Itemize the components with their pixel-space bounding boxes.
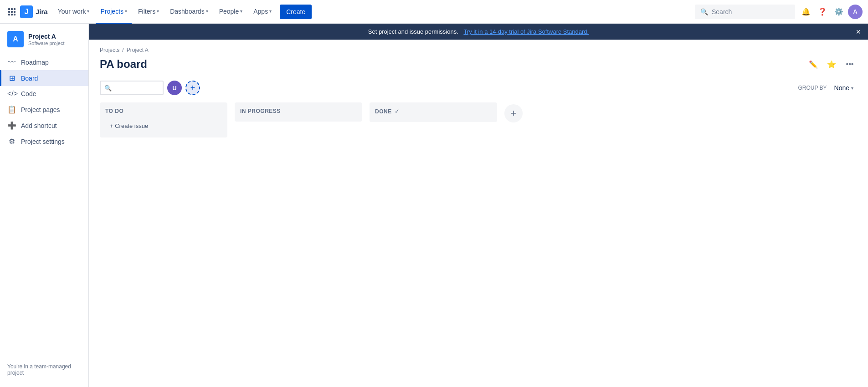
sidebar-item-project-settings[interactable]: ⚙ Project settings <box>0 133 88 149</box>
board-search-icon: 🔍 <box>104 85 112 92</box>
sidebar-project-header: A Project A Software project <box>0 31 88 55</box>
grid-icon <box>8 8 15 15</box>
top-navigation: J Jira Your work ▾ Projects ▾ Filters ▾ … <box>0 0 868 24</box>
main-content: Set project and issue permissions. Try i… <box>89 24 868 387</box>
edit-icon-button[interactable]: ✏️ <box>806 57 821 71</box>
apps-grid-button[interactable] <box>5 5 18 18</box>
add-column-button[interactable]: + <box>504 104 523 122</box>
notifications-button[interactable]: 🔔 <box>799 5 813 19</box>
column-done-header: DONE ✓ <box>375 108 492 115</box>
topnav-icon-group: 🔔 ❓ ⚙️ A <box>799 5 863 19</box>
dashboards-chevron-icon: ▾ <box>206 9 208 14</box>
sidebar-project-name: Project A <box>28 32 64 41</box>
sidebar-item-project-pages[interactable]: 📋 Project pages <box>0 102 88 117</box>
sidebar-item-code[interactable]: </> Code <box>0 86 88 102</box>
sidebar-item-board[interactable]: ⊞ Board <box>0 70 88 86</box>
your-work-chevron-icon: ▾ <box>87 9 89 14</box>
project-icon: A <box>7 31 24 47</box>
board-toolbar: 🔍 U + GROUP BY None ▾ <box>100 81 857 95</box>
group-by-label: GROUP BY <box>798 85 827 91</box>
page-title: PA board <box>100 58 147 71</box>
apps-chevron-icon: ▾ <box>269 9 272 14</box>
code-icon: </> <box>7 90 16 98</box>
board-search-box[interactable]: 🔍 <box>100 81 164 95</box>
search-icon: 🔍 <box>700 8 708 15</box>
nav-filters[interactable]: Filters ▾ <box>134 0 164 24</box>
board-area: Projects / Project A PA board ✏️ ⭐ ••• 🔍 <box>89 40 868 387</box>
kanban-board: TO DO + Create issue IN PROGRESS <box>100 102 857 137</box>
sidebar-footer: You're in a team-managed project <box>0 356 88 383</box>
sidebar-item-roadmap[interactable]: 〰 Roadmap <box>0 55 88 70</box>
nav-people[interactable]: People ▾ <box>215 0 247 24</box>
board-search-input[interactable] <box>114 84 159 92</box>
settings-icon: ⚙ <box>7 137 16 146</box>
column-todo-header: TO DO <box>105 108 222 114</box>
people-chevron-icon: ▾ <box>240 9 242 14</box>
filters-chevron-icon: ▾ <box>157 9 159 14</box>
sidebar-project-type: Software project <box>28 41 64 46</box>
help-button[interactable]: ❓ <box>815 5 830 19</box>
jira-logo-mark: J <box>20 5 33 18</box>
more-options-button[interactable]: ••• <box>842 57 857 71</box>
page-header-actions: ✏️ ⭐ ••• <box>806 57 857 71</box>
projects-chevron-icon: ▾ <box>125 9 127 14</box>
roadmap-icon: 〰 <box>7 58 16 66</box>
breadcrumb-separator: / <box>122 47 123 53</box>
column-in-progress: IN PROGRESS <box>235 102 362 122</box>
trial-banner: Set project and issue permissions. Try i… <box>89 24 868 40</box>
done-check-icon: ✓ <box>395 108 400 115</box>
breadcrumb-projects[interactable]: Projects <box>100 47 119 53</box>
create-button[interactable]: Create <box>280 5 312 19</box>
banner-close-button[interactable]: × <box>856 28 861 36</box>
star-icon-button[interactable]: ⭐ <box>824 57 839 71</box>
column-in-progress-title: IN PROGRESS <box>240 108 281 114</box>
column-done: DONE ✓ <box>370 102 497 122</box>
pages-icon: 📋 <box>7 105 16 114</box>
trial-banner-link[interactable]: Try it in a 14-day trial of Jira Softwar… <box>463 28 589 35</box>
nav-dashboards[interactable]: Dashboards ▾ <box>165 0 213 24</box>
column-done-title: DONE <box>375 108 392 115</box>
search-box[interactable]: 🔍 Search <box>695 5 795 19</box>
member-avatar-1[interactable]: U <box>167 81 182 95</box>
add-shortcut-icon: ➕ <box>7 121 16 130</box>
column-in-progress-header: IN PROGRESS <box>240 108 357 114</box>
group-by-chevron-icon: ▾ <box>851 86 853 91</box>
settings-button[interactable]: ⚙️ <box>832 5 846 19</box>
add-member-button[interactable]: + <box>185 81 200 95</box>
project-info: Project A Software project <box>28 32 64 46</box>
breadcrumb: Projects / Project A <box>100 40 857 57</box>
page-header: PA board ✏️ ⭐ ••• <box>100 57 857 71</box>
nav-projects[interactable]: Projects ▾ <box>96 0 132 24</box>
app-layout: A Project A Software project 〰 Roadmap ⊞… <box>0 24 868 387</box>
column-todo: TO DO + Create issue <box>100 102 227 137</box>
jira-logo-text: Jira <box>36 8 48 15</box>
search-placeholder: Search <box>712 8 732 15</box>
board-icon: ⊞ <box>7 74 16 82</box>
user-avatar-button[interactable]: A <box>848 5 863 19</box>
group-by-dropdown[interactable]: None ▾ <box>831 82 857 93</box>
jira-logo[interactable]: J Jira <box>20 5 48 18</box>
nav-apps[interactable]: Apps ▾ <box>249 0 276 24</box>
sidebar-item-add-shortcut[interactable]: ➕ Add shortcut <box>0 117 88 133</box>
create-issue-button[interactable]: + Create issue <box>105 120 222 132</box>
sidebar: A Project A Software project 〰 Roadmap ⊞… <box>0 24 89 387</box>
nav-your-work[interactable]: Your work ▾ <box>53 0 94 24</box>
breadcrumb-project-a[interactable]: Project A <box>127 47 149 53</box>
column-todo-title: TO DO <box>105 108 123 114</box>
